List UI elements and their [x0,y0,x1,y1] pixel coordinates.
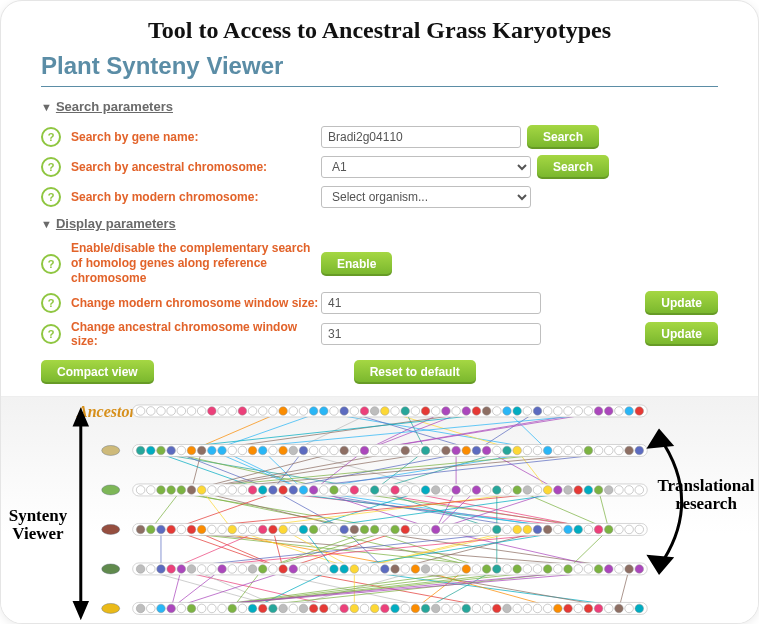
svg-point-234 [248,486,257,495]
svg-point-408 [401,604,410,613]
svg-point-235 [258,486,267,495]
svg-point-219 [635,446,644,455]
svg-marker-437 [649,431,671,447]
svg-point-345 [299,565,308,574]
svg-point-403 [350,604,359,613]
svg-point-157 [523,407,532,416]
svg-point-139 [340,407,349,416]
ancestral-window-input[interactable] [321,323,541,345]
svg-point-430 [625,604,634,613]
svg-point-370 [554,565,563,574]
svg-point-168 [635,407,644,416]
svg-point-278 [157,525,166,534]
svg-point-223 [136,486,145,495]
help-icon[interactable]: ? [41,324,61,344]
svg-point-141 [360,407,369,416]
svg-point-164 [594,407,603,416]
svg-point-406 [381,604,390,613]
svg-point-208 [523,446,532,455]
reset-default-button[interactable]: Reset to default [354,360,476,384]
svg-point-272 [635,486,644,495]
svg-point-198 [421,446,430,455]
svg-point-160 [554,407,563,416]
svg-point-304 [421,525,430,534]
svg-point-213 [574,446,583,455]
svg-point-366 [513,565,522,574]
svg-point-335 [197,565,206,574]
svg-point-318 [564,525,573,534]
svg-point-122 [167,407,176,416]
svg-point-205 [493,446,502,455]
svg-point-188 [320,446,329,455]
svg-point-166 [615,407,624,416]
svg-point-265 [564,486,573,495]
svg-point-334 [187,565,196,574]
svg-point-207 [513,446,522,455]
label-modern-window: Change modern chromosome window size: [71,296,321,310]
svg-point-417 [493,604,502,613]
synteny-svg [1,397,758,622]
svg-point-322 [604,525,613,534]
svg-point-147 [421,407,430,416]
help-icon[interactable]: ? [41,187,61,207]
svg-point-187 [309,446,318,455]
search-ancestral-button[interactable]: Search [537,155,609,179]
help-icon[interactable]: ? [41,254,61,274]
svg-point-336 [208,565,217,574]
svg-point-319 [574,525,583,534]
svg-point-423 [554,604,563,613]
modern-organism-select[interactable]: Select organism... [321,186,531,208]
section-display-label: Display parameters [56,216,176,231]
svg-point-416 [482,604,491,613]
svg-point-193 [370,446,379,455]
svg-point-149 [442,407,451,416]
svg-point-148 [431,407,440,416]
modern-window-input[interactable] [321,292,541,314]
svg-point-382 [136,604,145,613]
compact-view-button[interactable]: Compact view [41,360,154,384]
svg-point-277 [147,525,156,534]
label-search-gene: Search by gene name: [71,130,321,144]
svg-point-401 [330,604,339,613]
help-icon[interactable]: ? [41,157,61,177]
update-ancestral-window-button[interactable]: Update [645,322,718,346]
svg-point-212 [564,446,573,455]
svg-point-329 [136,565,145,574]
svg-point-136 [309,407,318,416]
ancestral-chromosome-select[interactable]: A1 [321,156,531,178]
svg-point-418 [503,604,512,613]
svg-point-316 [543,525,552,534]
svg-point-127 [218,407,227,416]
svg-point-269 [604,486,613,495]
svg-point-296 [340,525,349,534]
svg-point-358 [431,565,440,574]
svg-point-317 [554,525,563,534]
section-search-parameters[interactable]: ▼Search parameters [41,99,718,114]
enable-button[interactable]: Enable [321,252,392,276]
svg-point-215 [594,446,603,455]
svg-point-153 [482,407,491,416]
gene-name-input[interactable] [321,126,521,148]
svg-point-181 [248,446,257,455]
svg-point-191 [350,446,359,455]
svg-point-343 [279,565,288,574]
label-ancestral-window: Change ancestral chromosome window size: [71,320,321,348]
svg-point-245 [360,486,369,495]
help-icon[interactable]: ? [41,127,61,147]
label-enable-homolog: Enable/disable the complementary search … [71,241,321,286]
help-icon[interactable]: ? [41,293,61,313]
section-display-parameters[interactable]: ▼Display parameters [41,216,718,231]
svg-point-330 [147,565,156,574]
svg-point-180 [238,446,247,455]
svg-point-307 [452,525,461,534]
svg-point-155 [503,407,512,416]
svg-point-365 [503,565,512,574]
svg-point-194 [381,446,390,455]
search-gene-button[interactable]: Search [527,125,599,149]
svg-point-407 [391,604,400,613]
update-modern-window-button[interactable]: Update [645,291,718,315]
svg-point-284 [218,525,227,534]
svg-point-315 [533,525,542,534]
svg-point-266 [574,486,583,495]
row-enable-homolog: ? Enable/disable the complementary searc… [41,241,718,286]
